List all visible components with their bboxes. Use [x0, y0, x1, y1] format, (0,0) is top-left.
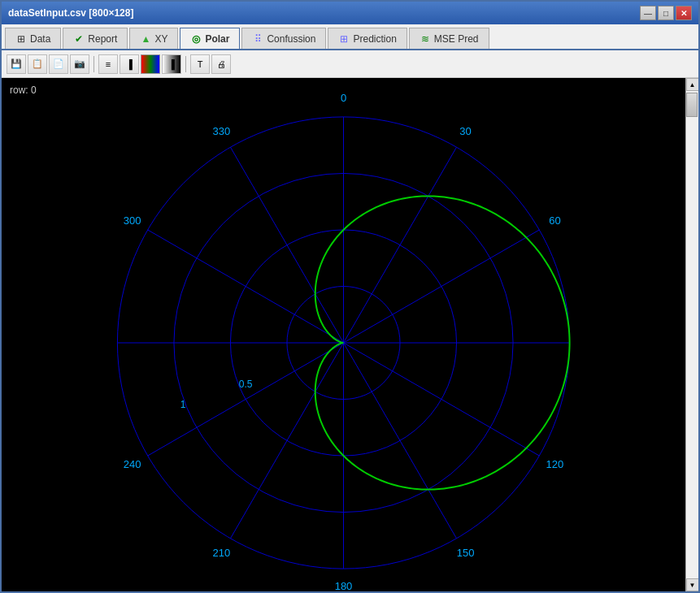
paste-button[interactable]: 📄	[49, 54, 68, 74]
scroll-up-button[interactable]: ▲	[686, 78, 699, 91]
toolbar: 💾 📋 📄 📷 ≡ ▐ ▐ T 🖨	[2, 50, 698, 78]
tab-prediction-label: Prediction	[353, 33, 396, 45]
tab-confussion-label: Confussion	[267, 33, 315, 45]
camera-button[interactable]: 📷	[70, 54, 89, 74]
tab-polar[interactable]: ◎ Polar	[180, 28, 240, 49]
tab-msepred-label: MSE Pred	[434, 33, 479, 45]
polar-chart	[2, 78, 685, 591]
scrollbar-track[interactable]	[686, 91, 698, 578]
tabs-bar: ⊞ Data ✔ Report ▲ XY ◎ Polar ⠿ Confussio…	[2, 24, 698, 50]
data-tab-icon: ⊞	[15, 33, 27, 45]
scrollbar-vertical: ▲ ▼	[685, 78, 698, 591]
row-label: row: 0	[10, 84, 37, 96]
close-button[interactable]: ✕	[676, 6, 692, 20]
tab-xy[interactable]: ▲ XY	[129, 28, 178, 49]
tab-confussion[interactable]: ⠿ Confussion	[241, 28, 326, 49]
maximize-button[interactable]: □	[658, 6, 674, 20]
scroll-down-button[interactable]: ▼	[686, 578, 699, 591]
bars-button[interactable]: ▐	[120, 54, 139, 74]
tab-polar-label: Polar	[205, 33, 229, 45]
xy-tab-icon: ▲	[140, 33, 151, 45]
toolbar-separator-1	[93, 56, 94, 72]
tab-data[interactable]: ⊞ Data	[5, 28, 61, 49]
tab-data-label: Data	[30, 33, 50, 45]
title-bar: dataSetInput.csv [800×128] — □ ✕	[2, 2, 698, 24]
scrollbar-thumb[interactable]	[686, 93, 698, 117]
window-title: dataSetInput.csv [800×128]	[8, 7, 133, 19]
tab-report-label: Report	[88, 33, 117, 45]
polar-tab-icon: ◎	[190, 33, 202, 45]
main-content: row: 0 ▲ ▼	[2, 78, 698, 591]
main-window: dataSetInput.csv [800×128] — □ ✕ ⊞ Data …	[0, 0, 700, 593]
print-button[interactable]: 🖨	[211, 54, 231, 74]
tab-msepred[interactable]: ≋ MSE Pred	[409, 28, 489, 49]
lines-button[interactable]: ≡	[98, 54, 118, 74]
prediction-tab-icon: ⊞	[338, 33, 350, 45]
report-tab-icon: ✔	[73, 33, 85, 45]
tab-prediction[interactable]: ⊞ Prediction	[328, 28, 407, 49]
tab-report[interactable]: ✔ Report	[63, 28, 128, 49]
minimize-button[interactable]: —	[640, 6, 656, 20]
text-button[interactable]: T	[190, 54, 210, 74]
colors-button[interactable]	[141, 54, 160, 74]
tab-xy-label: XY	[154, 33, 167, 45]
save-button[interactable]: 💾	[7, 54, 26, 74]
confussion-tab-icon: ⠿	[252, 33, 263, 45]
bw-button[interactable]: ▐	[162, 54, 181, 74]
title-bar-buttons: — □ ✕	[640, 6, 692, 20]
toolbar-separator-2	[185, 56, 186, 72]
chart-area: row: 0	[2, 78, 685, 591]
copy-button[interactable]: 📋	[28, 54, 47, 74]
msepred-tab-icon: ≋	[420, 33, 431, 45]
